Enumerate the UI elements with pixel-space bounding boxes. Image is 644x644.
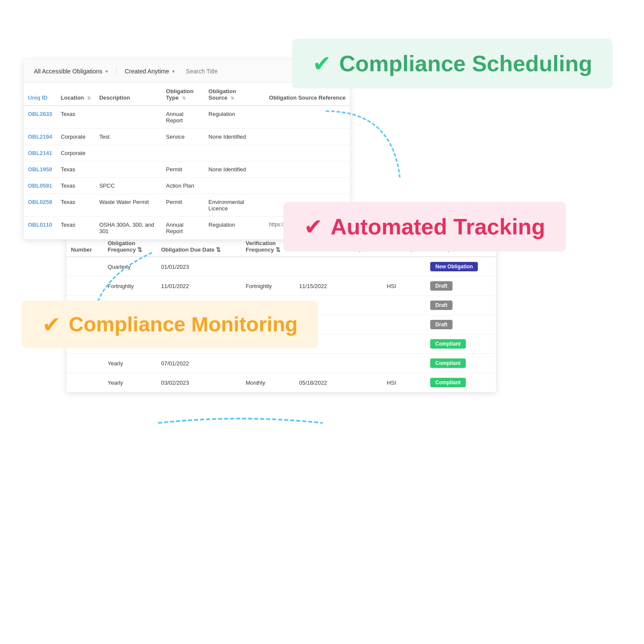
cell-obligation-due-date: 11/01/2022 — [157, 276, 241, 296]
col-obligation-source: ObligationSource ⇅ — [204, 83, 265, 106]
cell-location: Texas — [56, 178, 95, 194]
cell-state: Draft — [426, 296, 496, 315]
cell-obligation-type: Annual Report — [162, 106, 204, 129]
col-obligation-type: ObligationType ⇅ — [162, 83, 204, 106]
cell-tool-utilised — [383, 334, 426, 354]
tracking-check-icon: ✔ — [304, 216, 323, 238]
cell-uniq-id[interactable]: OBL0591 — [24, 178, 56, 194]
cell-uniq-id[interactable]: OBL1950 — [24, 161, 56, 178]
cell-obligation-source: Environmental Licence — [204, 194, 265, 217]
scheduling-label: Compliance Scheduling — [339, 51, 592, 76]
left-table-row: OBL2194 Corporate Test Service None Iden… — [24, 129, 350, 145]
cell-verification-frequency — [241, 354, 295, 373]
left-table-row: OBL0591 Texas SPCC Action Plan — [24, 178, 350, 194]
left-table-row: OBL1950 Texas Permit None Identified — [24, 161, 350, 178]
state-badge: Draft — [430, 320, 453, 329]
cell-obligation-frequency: Yearly — [103, 354, 157, 373]
cell-tool-utilised — [383, 296, 426, 315]
cell-obligation-type: Action Plan — [162, 178, 204, 194]
cell-description: OSHA 300A, 300, and 301 — [95, 217, 161, 240]
cell-obligation-source: Regulation — [204, 106, 265, 129]
cell-obligation-type: Annual Report — [162, 217, 204, 240]
col-description: Description — [95, 83, 161, 106]
badge-scheduling: ✔ Compliance Scheduling — [292, 39, 613, 88]
cell-description — [95, 145, 161, 161]
cell-location: Corporate — [56, 129, 95, 145]
cell-location: Corporate — [56, 145, 95, 161]
cell-obligation-type: Service — [162, 129, 204, 145]
cell-verification-next-due — [295, 257, 383, 276]
scheduling-check-icon: ✔ — [313, 52, 331, 75]
cell-uniq-id[interactable]: OBL0110 — [24, 217, 56, 240]
cell-verification-frequency: Monthly — [241, 373, 295, 392]
monitoring-label: Compliance Monitoring — [69, 313, 298, 336]
cell-description: SPCC — [95, 178, 161, 194]
cell-obligation-source — [204, 145, 265, 161]
cell-verification-next-due — [295, 354, 383, 373]
cell-uniq-id[interactable]: OBL2194 — [24, 129, 56, 145]
state-badge: Compliant — [430, 358, 466, 368]
cell-state: Compliant — [426, 373, 496, 392]
cell-location: Texas — [56, 194, 95, 217]
cell-location: Texas — [56, 217, 95, 240]
cell-verification-next-due: 05/18/2022 — [295, 373, 383, 392]
cell-obligation-source — [204, 178, 265, 194]
cell-uniq-id[interactable]: OBL2633 — [24, 106, 56, 129]
cell-state: Draft — [426, 315, 496, 334]
left-table-row: OBL2633 Texas Annual Report Regulation — [24, 106, 350, 129]
cell-verification-frequency — [241, 257, 295, 276]
cell-uniq-id[interactable]: OBL0259 — [24, 194, 56, 217]
cell-tool-utilised — [383, 315, 426, 334]
toolbar-divider — [116, 67, 117, 76]
cell-description — [95, 161, 161, 178]
right-table-row: Yearly 07/01/2022 Compliant — [67, 354, 496, 373]
cell-obligation-source: None Identified — [204, 161, 265, 178]
cell-number — [67, 354, 103, 373]
cell-tool-utilised: HSI — [383, 276, 426, 296]
cell-obligation-type — [162, 145, 204, 161]
cell-obligation-type: Permit — [162, 161, 204, 178]
col-uniq-id: Uniq ID — [24, 83, 56, 106]
cell-obligation-frequency: Yearly — [103, 373, 157, 392]
state-badge: Compliant — [430, 378, 466, 387]
col-location: Location ⇅ — [56, 83, 95, 106]
right-table-row: Yearly 03/02/2023 Monthly 05/18/2022 HSI… — [67, 373, 496, 392]
cell-description — [95, 106, 161, 129]
cell-verification-frequency: Fortnightly — [241, 276, 295, 296]
badge-tracking: ✔ Automated Tracking — [283, 202, 566, 252]
cell-obligation-type: Permit — [162, 194, 204, 217]
cell-tool-utilised — [383, 257, 426, 276]
cell-location: Texas — [56, 106, 95, 129]
monitoring-check-icon: ✔ — [42, 313, 61, 336]
cell-state: New Obligation — [426, 257, 496, 276]
cell-description: Waste Water Permit — [95, 194, 161, 217]
state-badge: Draft — [430, 281, 453, 291]
badge-monitoring: ✔ Compliance Monitoring — [21, 301, 318, 348]
cell-number — [67, 373, 103, 392]
tracking-label: Automated Tracking — [331, 214, 545, 240]
state-badge: Draft — [430, 301, 453, 310]
state-badge: New Obligation — [430, 262, 478, 271]
cell-location: Texas — [56, 161, 95, 178]
cell-verification-next-due: 11/15/2022 — [295, 276, 383, 296]
cell-description: Test — [95, 129, 161, 145]
cell-obligation-due-date: 01/01/2023 — [157, 257, 241, 276]
cell-tool-utilised — [383, 354, 426, 373]
cell-state: Compliant — [426, 334, 496, 354]
cell-tool-utilised: HSI — [383, 373, 426, 392]
all-obligations-filter[interactable]: All Accessible Obligations ▼ — [31, 66, 111, 76]
cell-state: Compliant — [426, 354, 496, 373]
page-wrapper: ✔ Compliance Scheduling ✔ Automated Trac… — [0, 0, 644, 644]
cell-state: Draft — [426, 276, 496, 296]
cell-obligation-due-date: 07/01/2022 — [157, 354, 241, 373]
cell-obligation-source: None Identified — [204, 129, 265, 145]
created-anytime-filter[interactable]: Created Anytime ▼ — [122, 66, 178, 76]
cell-uniq-id[interactable]: OBL2141 — [24, 145, 56, 161]
cell-obligation-due-date: 03/02/2023 — [157, 373, 241, 392]
cell-obligation-source: Regulation — [204, 217, 265, 240]
connector-line-1 — [322, 107, 408, 185]
left-table-row: OBL2141 Corporate — [24, 145, 350, 161]
state-badge: Compliant — [430, 339, 466, 349]
connector-line-bottom — [155, 412, 326, 434]
